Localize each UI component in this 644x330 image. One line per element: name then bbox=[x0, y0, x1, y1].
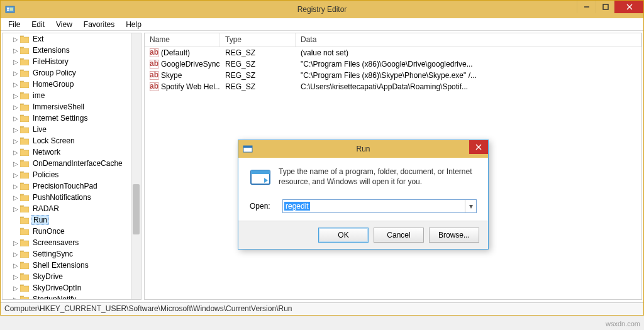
svg-rect-1 bbox=[7, 8, 9, 9]
tree-item[interactable]: ▷Ext bbox=[3, 33, 131, 45]
tree-item[interactable]: ▷SkyDriveOptIn bbox=[3, 282, 131, 294]
tree-item[interactable]: ▷ImmersiveShell bbox=[3, 101, 131, 113]
chevron-down-icon[interactable]: ▾ bbox=[465, 200, 476, 212]
expand-icon[interactable]: ▷ bbox=[13, 172, 19, 179]
tree-item[interactable]: ▷Lock Screen bbox=[3, 135, 131, 146]
tree-item[interactable]: ▷Screensavers bbox=[3, 237, 131, 248]
tree-item[interactable]: ▷ime bbox=[3, 90, 131, 101]
cell-data: "C:\Program Files (x86)\Google\Drive\goo… bbox=[296, 60, 641, 69]
tree-item[interactable]: ▷Shell Extensions bbox=[3, 260, 131, 271]
tree-item-label: SkyDrive bbox=[31, 272, 64, 281]
tree-item[interactable]: Run bbox=[3, 214, 131, 226]
expand-icon[interactable]: ▷ bbox=[13, 115, 19, 122]
expand-icon[interactable]: ▷ bbox=[13, 239, 19, 246]
cell-name: abGoogleDriveSync bbox=[145, 60, 220, 69]
run-footer: OK Cancel Browse... bbox=[238, 221, 488, 249]
folder-icon bbox=[20, 69, 29, 77]
expand-icon[interactable]: ▷ bbox=[13, 126, 19, 133]
menu-file[interactable]: File bbox=[3, 19, 25, 30]
tree-item[interactable]: ▷StartupNotify bbox=[3, 294, 131, 299]
expand-icon[interactable]: ▷ bbox=[13, 262, 19, 269]
tree-item[interactable]: ▷FileHistory bbox=[3, 56, 131, 67]
open-value[interactable]: regedit bbox=[284, 202, 310, 211]
tree-scrollbar[interactable] bbox=[131, 33, 141, 299]
tree-item-label: OnDemandInterfaceCache bbox=[31, 159, 124, 168]
column-type[interactable]: Type bbox=[220, 33, 296, 47]
tree-item[interactable]: ▷PushNotifications bbox=[3, 192, 131, 203]
tree-item[interactable]: ▷HomeGroup bbox=[3, 79, 131, 90]
list-row[interactable]: abSkypeREG_SZ"C:\Program Files (x86)\Sky… bbox=[145, 70, 641, 81]
registry-editor-icon bbox=[4, 4, 16, 15]
expand-icon[interactable]: ▷ bbox=[13, 81, 19, 88]
column-name[interactable]: Name bbox=[145, 33, 220, 47]
tree-item[interactable]: ▷Live bbox=[3, 124, 131, 135]
close-button[interactable] bbox=[614, 1, 643, 13]
expand-icon[interactable]: ▷ bbox=[13, 70, 19, 77]
menu-favorites[interactable]: Favorites bbox=[79, 19, 119, 30]
expand-icon[interactable]: ▷ bbox=[13, 36, 19, 43]
expand-icon[interactable]: ▷ bbox=[13, 183, 19, 190]
tree-item[interactable]: ▷Internet Settings bbox=[3, 113, 131, 124]
string-value-icon: ab bbox=[150, 60, 158, 69]
column-data[interactable]: Data bbox=[296, 33, 641, 47]
list-row[interactable]: abGoogleDriveSyncREG_SZ"C:\Program Files… bbox=[145, 58, 641, 70]
folder-icon bbox=[20, 273, 29, 280]
tree-item[interactable]: ▷Policies bbox=[3, 169, 131, 180]
list-row[interactable]: ab(Default)REG_SZ(value not set) bbox=[145, 47, 641, 58]
expand-icon[interactable]: ▷ bbox=[13, 251, 19, 258]
expand-icon[interactable]: ▷ bbox=[13, 47, 19, 54]
expand-icon[interactable]: ▷ bbox=[13, 273, 19, 280]
folder-icon bbox=[20, 216, 29, 224]
tree-item-label: Extensions bbox=[31, 46, 71, 55]
cell-data: "C:\Program Files (x86)\Skype\Phone\Skyp… bbox=[296, 71, 641, 80]
expand-icon[interactable]: ▷ bbox=[13, 160, 19, 167]
run-dialog: Run Type the name of a program, folder, … bbox=[238, 140, 489, 250]
expand-icon[interactable]: ▷ bbox=[13, 194, 19, 201]
svg-text:ab: ab bbox=[150, 60, 158, 68]
tree-item[interactable]: ▷Network bbox=[3, 146, 131, 158]
tree-item-label: Ext bbox=[31, 35, 45, 43]
run-titlebar[interactable]: Run bbox=[238, 140, 488, 158]
expand-icon[interactable]: ▷ bbox=[13, 149, 19, 156]
tree-item[interactable]: ▷OnDemandInterfaceCache bbox=[3, 158, 131, 169]
folder-icon bbox=[20, 171, 29, 179]
expand-icon[interactable]: ▷ bbox=[13, 58, 19, 65]
maximize-button[interactable] bbox=[596, 1, 614, 13]
run-close-button[interactable] bbox=[469, 140, 488, 154]
tree-item[interactable]: ▷RADAR bbox=[3, 203, 131, 214]
browse-button[interactable]: Browse... bbox=[429, 228, 479, 243]
tree-item-label: Group Policy bbox=[31, 69, 77, 77]
list-row[interactable]: abSpotify Web Hel...REG_SZC:\Users\krise… bbox=[145, 81, 641, 92]
tree-item-label: SettingSync bbox=[31, 250, 74, 258]
expand-icon[interactable]: ▷ bbox=[13, 104, 19, 111]
tree-pane[interactable]: ▷Ext▷Extensions▷FileHistory▷Group Policy… bbox=[2, 33, 142, 300]
minimize-button[interactable] bbox=[577, 1, 596, 13]
scroll-thumb[interactable] bbox=[133, 184, 140, 234]
tree-item[interactable]: RunOnce bbox=[3, 226, 131, 237]
expand-icon[interactable]: ▷ bbox=[13, 206, 19, 212]
expand-icon[interactable]: ▷ bbox=[13, 138, 19, 145]
expand-icon[interactable]: ▷ bbox=[13, 296, 19, 300]
folder-icon bbox=[20, 35, 29, 43]
cell-name: ab(Default) bbox=[145, 48, 220, 57]
ok-button[interactable]: OK bbox=[318, 228, 369, 243]
menu-help[interactable]: Help bbox=[121, 19, 147, 30]
tree-item-label: Lock Screen bbox=[31, 136, 76, 145]
tree-item[interactable]: ▷Extensions bbox=[3, 45, 131, 56]
titlebar[interactable]: Registry Editor bbox=[1, 1, 643, 18]
expand-icon[interactable]: ▷ bbox=[13, 285, 19, 292]
tree-item[interactable]: ▷Group Policy bbox=[3, 67, 131, 79]
tree-item-label: Shell Extensions bbox=[31, 261, 90, 270]
cancel-button[interactable]: Cancel bbox=[374, 228, 424, 243]
tree-item[interactable]: ▷SettingSync bbox=[3, 248, 131, 260]
tree-item-label: Network bbox=[31, 148, 62, 157]
tree-item[interactable]: ▷PrecisionTouchPad bbox=[3, 180, 131, 192]
expand-icon[interactable]: ▷ bbox=[13, 92, 19, 99]
open-combobox[interactable]: regedit ▾ bbox=[282, 199, 477, 213]
menu-view[interactable]: View bbox=[51, 19, 77, 30]
tree-item-label: PrecisionTouchPad bbox=[31, 182, 99, 190]
menu-edit[interactable]: Edit bbox=[26, 19, 50, 30]
tree-item[interactable]: ▷SkyDrive bbox=[3, 271, 131, 282]
folder-icon bbox=[20, 137, 29, 145]
svg-rect-21 bbox=[251, 170, 270, 174]
